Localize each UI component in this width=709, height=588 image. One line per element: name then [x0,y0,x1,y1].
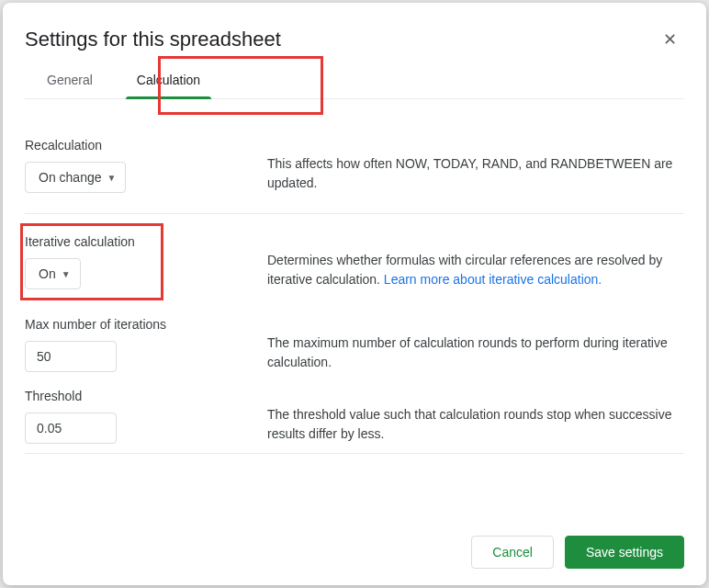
iterative-label: Iterative calculation [25,234,249,249]
cancel-button[interactable]: Cancel [471,536,554,569]
tab-general[interactable]: General [25,62,115,98]
chevron-down-icon: ▼ [62,269,71,279]
section-recalculation: Recalculation On change ▼ This affects h… [25,121,684,209]
section-max-iterations: Max number of iterations The maximum num… [25,306,684,378]
dialog-title: Settings for this spreadsheet [25,28,281,51]
recalculation-description: This affects how often NOW, TODAY, RAND,… [267,138,684,193]
divider [25,213,684,214]
max-iterations-label: Max number of iterations [25,317,249,332]
max-iterations-left: Max number of iterations [25,317,249,372]
max-iterations-input[interactable] [25,341,117,372]
threshold-input[interactable] [25,413,117,444]
chevron-down-icon: ▼ [107,173,117,183]
iterative-value: On [39,266,56,281]
dialog-header: Settings for this spreadsheet ✕ [25,25,684,54]
save-settings-button[interactable]: Save settings [565,536,684,569]
iterative-learn-more-link[interactable]: Learn more about iterative calculation. [384,272,602,287]
recalculation-value: On change [39,170,102,185]
iterative-description: Determines whether formulas with circula… [267,234,684,289]
section-iterative: Iterative calculation On ▼ Determines wh… [25,218,684,306]
close-button[interactable]: ✕ [655,25,684,54]
close-icon: ✕ [663,29,677,50]
max-iterations-description: The maximum number of calculation rounds… [267,317,684,372]
section-threshold: Threshold The threshold value such that … [25,378,684,449]
threshold-left: Threshold [25,389,249,444]
divider [25,453,684,454]
recalculation-label: Recalculation [25,138,249,153]
iterative-dropdown[interactable]: On ▼ [25,258,81,289]
threshold-description: The threshold value such that calculatio… [267,389,684,444]
tabs-bar: General Calculation [25,62,684,99]
tab-calculation[interactable]: Calculation [115,62,222,98]
settings-dialog: Settings for this spreadsheet ✕ General … [3,3,706,585]
recalculation-left: Recalculation On change ▼ [25,138,249,193]
dialog-footer: Cancel Save settings [25,521,684,569]
threshold-label: Threshold [25,389,249,403]
iterative-left: Iterative calculation On ▼ [25,234,249,289]
recalculation-dropdown[interactable]: On change ▼ [25,162,126,193]
